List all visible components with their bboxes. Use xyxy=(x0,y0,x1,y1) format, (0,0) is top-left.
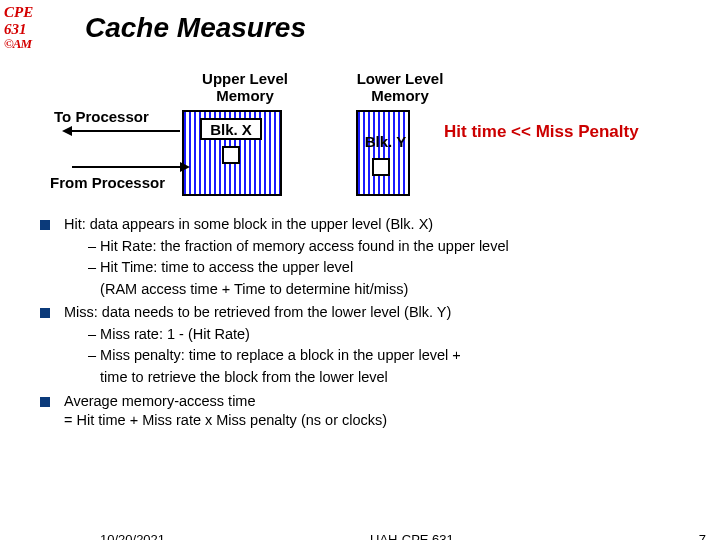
hit-time-note: Hit time << Miss Penalty xyxy=(444,122,639,142)
to-processor-label: To Processor xyxy=(52,108,151,125)
bullet-icon xyxy=(40,308,50,318)
footer-course: UAH-CPE 631 xyxy=(370,532,454,540)
lower-level-label: Lower Level Memory xyxy=(335,70,465,105)
bullet-icon xyxy=(40,220,50,230)
slide-title: Cache Measures xyxy=(85,12,306,44)
bullet-3: Average memory-access time = Hit time + … xyxy=(40,392,690,431)
block-x-label: Blk. X xyxy=(200,118,262,140)
block-x-box xyxy=(222,146,240,164)
sub-item: time to retrieve the block from the lowe… xyxy=(88,368,690,388)
sub-item: – Hit Time: time to access the upper lev… xyxy=(88,258,690,278)
upper-level-label: Upper Level Memory xyxy=(180,70,310,105)
bullet-icon xyxy=(40,397,50,407)
logo-line2: 631 xyxy=(4,21,42,38)
footer-page: 7 xyxy=(699,532,706,540)
sub-item: – Hit Rate: the fraction of memory acces… xyxy=(88,237,690,257)
from-processor-arrow xyxy=(72,166,180,168)
bullet-2: Miss: data needs to be retrieved from th… xyxy=(40,303,690,387)
block-y-box xyxy=(372,158,390,176)
footer-date: 10/20/2021 xyxy=(100,532,165,540)
from-processor-label: From Processor xyxy=(48,174,167,191)
logo-line3: ©AM xyxy=(4,37,42,51)
memory-diagram: Upper Level Memory Lower Level Memory Bl… xyxy=(52,70,682,200)
arrow-head-icon xyxy=(62,126,72,136)
sub-item: – Miss penalty: time to replace a block … xyxy=(88,346,690,366)
bullet-1-subs: – Hit Rate: the fraction of memory acces… xyxy=(88,237,690,300)
bullet-1: Hit: data appears in some block in the u… xyxy=(40,215,690,299)
sub-item: (RAM access time + Time to determine hit… xyxy=(88,280,690,300)
bullet-text: Hit: data appears in some block in the u… xyxy=(64,215,690,235)
bullet-text: Miss: data needs to be retrieved from th… xyxy=(64,303,690,323)
block-y-label: Blk. Y xyxy=(358,132,413,154)
course-logo: CPE 631 ©AM xyxy=(4,4,42,51)
bullet-2-subs: – Miss rate: 1 - (Hit Rate) – Miss penal… xyxy=(88,325,690,388)
sub-item: – Miss rate: 1 - (Hit Rate) xyxy=(88,325,690,345)
arrow-head-icon xyxy=(180,162,190,172)
body-content: Hit: data appears in some block in the u… xyxy=(40,215,690,435)
bullet-text: Average memory-access time = Hit time + … xyxy=(64,392,690,431)
logo-line1: CPE xyxy=(4,4,42,21)
to-processor-arrow xyxy=(72,130,180,132)
